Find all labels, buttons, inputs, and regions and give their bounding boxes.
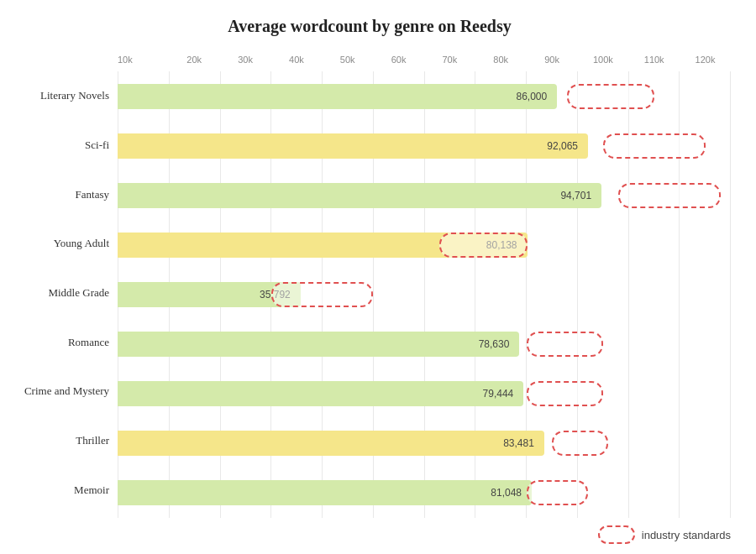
x-label-70k: 70k (424, 55, 475, 65)
industry-box-5 (527, 332, 603, 357)
y-label-8: Memoir (8, 468, 118, 512)
y-labels: Literary NovelsSci-fiFantasyYoung AdultM… (8, 48, 118, 518)
bar-value-7: 83,481 (503, 437, 539, 449)
bar-value-8: 81,048 (491, 487, 527, 499)
x-label-110k: 110k (628, 55, 680, 65)
industry-box-6 (527, 381, 603, 406)
industry-box-2 (618, 183, 721, 208)
bar-value-2: 94,701 (560, 190, 596, 201)
industry-box-0 (567, 84, 654, 109)
bar-track-3: 80,138 (118, 233, 731, 258)
x-axis: 10k20k30k40k50k60k70k80k90k100k110k120k (118, 48, 731, 71)
bar-track-0: 86,000 (118, 84, 731, 109)
y-label-0: Literary Novels (8, 74, 118, 118)
bar-value-0: 86,000 (516, 91, 552, 102)
y-label-4: Middle Grade (8, 271, 118, 315)
y-label-7: Thriller (8, 419, 118, 463)
bar-row-5: 78,630 (118, 323, 731, 365)
chart-area: Literary NovelsSci-fiFantasyYoung AdultM… (8, 48, 731, 518)
chart-container: Average wordcount by genre on Reedsy Lit… (0, 0, 756, 554)
industry-box-1 (603, 133, 706, 159)
y-label-5: Romance (8, 321, 118, 364)
bar-track-4: 35,792 (118, 282, 731, 307)
bar-fill-6: 79,444 (118, 381, 523, 406)
bar-fill-0: 86,000 (118, 84, 557, 109)
bar-fill-7: 83,481 (118, 431, 544, 456)
y-label-2: Fantasy (8, 173, 118, 217)
industry-box-4 (271, 282, 374, 307)
industry-box-8 (527, 480, 588, 505)
y-label-3: Young Adult (8, 222, 118, 265)
bar-value-1: 92,065 (547, 140, 583, 152)
bar-row-8: 81,048 (118, 472, 731, 514)
legend-icon (598, 525, 635, 544)
x-label-100k: 100k (577, 55, 628, 65)
bar-row-1: 92,065 (118, 125, 731, 167)
bar-fill-8: 81,048 (118, 480, 532, 505)
legend: industry standards (598, 525, 731, 544)
bar-value-6: 79,444 (483, 388, 519, 400)
bar-fill-5: 78,630 (118, 332, 519, 357)
bar-row-4: 35,792 (118, 274, 731, 316)
x-label-20k: 20k (169, 55, 220, 65)
bar-track-5: 78,630 (118, 332, 731, 357)
industry-box-7 (552, 431, 608, 456)
y-label-6: Crime and Mystery (8, 369, 118, 413)
bar-row-2: 94,701 (118, 175, 731, 217)
chart-inner: 10k20k30k40k50k60k70k80k90k100k110k120k … (118, 48, 731, 518)
x-label-50k: 50k (322, 55, 373, 65)
bar-row-3: 80,138 (118, 224, 731, 266)
bar-fill-2: 94,701 (118, 183, 601, 208)
chart-title: Average wordcount by genre on Reedsy (8, 17, 731, 36)
bar-track-7: 83,481 (118, 431, 731, 456)
bar-fill-1: 92,065 (118, 133, 588, 159)
x-label-60k: 60k (373, 55, 424, 65)
bar-row-7: 83,481 (118, 422, 731, 464)
x-label-10k: 10k (118, 55, 169, 65)
x-label-30k: 30k (220, 55, 271, 65)
y-label-1: Sci-fi (8, 123, 118, 167)
bar-row-0: 86,000 (118, 76, 731, 118)
bar-value-5: 78,630 (479, 338, 515, 350)
bar-row-6: 79,444 (118, 373, 731, 415)
bar-track-1: 92,065 (118, 133, 731, 159)
bar-track-6: 79,444 (118, 381, 731, 406)
x-label-40k: 40k (270, 55, 322, 65)
bars-grid: 86,00092,06594,70180,13835,79278,63079,4… (118, 71, 731, 518)
bar-track-8: 81,048 (118, 480, 731, 505)
industry-box-3 (439, 233, 527, 258)
bar-track-2: 94,701 (118, 183, 731, 208)
x-label-90k: 90k (527, 55, 578, 65)
x-label-120k: 120k (680, 55, 731, 65)
x-label-80k: 80k (475, 55, 527, 65)
legend-label: industry standards (642, 529, 731, 541)
